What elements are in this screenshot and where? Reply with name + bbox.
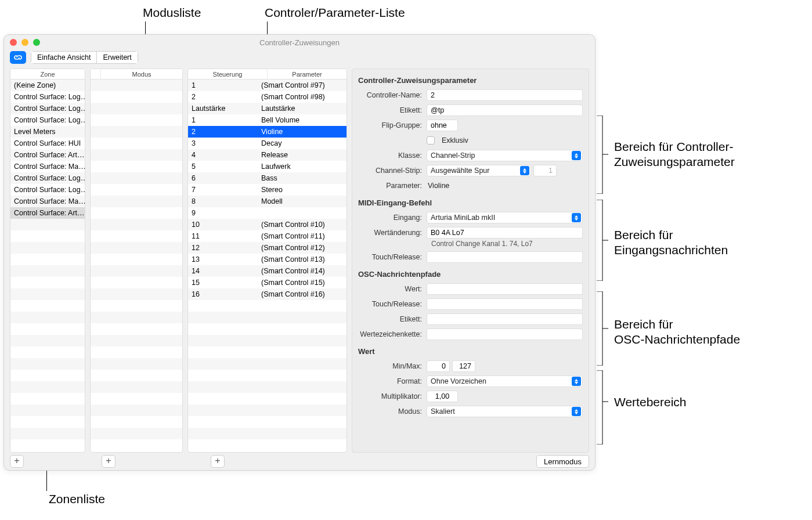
wertanderung-input[interactable] (427, 227, 583, 239)
zone-row[interactable] (10, 288, 85, 300)
param-row[interactable] (188, 428, 347, 439)
param-row[interactable]: 5Laufwerk (188, 161, 347, 172)
channelstrip-select[interactable]: Ausgewählte Spur (427, 165, 531, 176)
param-row[interactable]: 3Decay (188, 138, 347, 149)
zone-row[interactable]: (Keine Zone) (10, 80, 85, 91)
osc-wert-input[interactable] (427, 283, 583, 295)
zone-row[interactable] (10, 323, 85, 335)
mode-row[interactable] (91, 346, 182, 358)
zone-row[interactable] (10, 219, 85, 230)
mode-row[interactable] (91, 126, 182, 138)
param-row[interactable] (188, 381, 347, 393)
add-param-button[interactable]: + (211, 455, 225, 468)
zone-row[interactable]: Control Surface: Ma… (10, 161, 85, 172)
mode-row[interactable] (91, 370, 182, 381)
zone-row[interactable] (10, 358, 85, 370)
exclusive-checkbox[interactable] (427, 136, 435, 145)
zone-row[interactable] (10, 370, 85, 381)
param-row[interactable]: 2(Smart Control #98) (188, 91, 347, 103)
zone-row[interactable]: Control Surface: Log… (10, 172, 85, 184)
param-row[interactable]: 12(Smart Control #12) (188, 242, 347, 254)
zone-row[interactable]: Control Surface: Ma… (10, 196, 85, 207)
minimize-button[interactable] (21, 39, 28, 46)
mode-row[interactable] (91, 80, 182, 91)
mode-row[interactable] (91, 230, 182, 242)
param-row[interactable]: 13(Smart Control #13) (188, 254, 347, 265)
param-row[interactable]: 10(Smart Control #10) (188, 219, 347, 230)
param-row[interactable] (188, 346, 347, 358)
mode-row[interactable] (91, 114, 182, 126)
zone-row[interactable]: Control Surface: Art… (10, 149, 85, 161)
zone-body[interactable]: (Keine Zone)Control Surface: Log…Control… (10, 80, 85, 452)
mode-row[interactable] (91, 265, 182, 277)
mode-row[interactable] (91, 416, 182, 428)
mode-row[interactable] (91, 323, 182, 335)
mode-row[interactable] (91, 288, 182, 300)
zone-row[interactable] (10, 416, 85, 428)
zone-row[interactable]: Control Surface: HUI (10, 138, 85, 149)
zone-row[interactable] (10, 428, 85, 439)
param-row[interactable]: 1Bell Volume (188, 114, 347, 126)
param-row[interactable]: 2Violine (188, 126, 347, 138)
zone-row[interactable] (10, 265, 85, 277)
view-expert-button[interactable]: Erweitert (97, 51, 138, 64)
zone-row[interactable] (10, 393, 85, 405)
mode-row[interactable] (91, 172, 182, 184)
zone-row[interactable] (10, 254, 85, 265)
mode-row[interactable] (91, 428, 182, 439)
param-row[interactable] (188, 300, 347, 312)
zone-row[interactable] (10, 405, 85, 416)
param-row[interactable] (188, 416, 347, 428)
add-zone-button[interactable]: + (10, 455, 24, 468)
close-button[interactable] (10, 39, 17, 46)
add-mode-button[interactable]: + (102, 455, 116, 468)
mode-row[interactable] (91, 358, 182, 370)
controller-name-input[interactable] (427, 89, 583, 101)
osc-string-input[interactable] (427, 328, 583, 340)
param-row[interactable] (188, 393, 347, 405)
param-row[interactable]: 16(Smart Control #16) (188, 288, 347, 300)
mode-row[interactable] (91, 405, 182, 416)
param-row[interactable] (188, 370, 347, 381)
mode-row[interactable] (91, 335, 182, 346)
mode-row[interactable] (91, 381, 182, 393)
mode-row[interactable] (91, 184, 182, 196)
mode-body[interactable] (91, 80, 182, 452)
touchrelease-input[interactable] (427, 251, 583, 263)
param-body[interactable]: 1(Smart Control #97)2(Smart Control #98)… (188, 80, 347, 452)
param-row[interactable]: 11(Smart Control #11) (188, 230, 347, 242)
mode-row[interactable] (91, 161, 182, 172)
mode-row[interactable] (91, 300, 182, 312)
param-row[interactable] (188, 405, 347, 416)
mode-row[interactable] (91, 103, 182, 114)
mode-row[interactable] (91, 312, 182, 323)
param-row[interactable]: 1(Smart Control #97) (188, 80, 347, 91)
param-row[interactable]: 7Stereo (188, 184, 347, 196)
param-row[interactable] (188, 312, 347, 323)
mode-row[interactable] (91, 254, 182, 265)
param-row[interactable]: 4Release (188, 149, 347, 161)
view-simple-button[interactable]: Einfache Ansicht (31, 51, 97, 64)
zone-row[interactable] (10, 300, 85, 312)
mode-row[interactable] (91, 138, 182, 149)
modus-select[interactable]: Skaliert (427, 406, 583, 417)
zone-row[interactable] (10, 242, 85, 254)
klasse-select[interactable]: Channel-Strip (427, 150, 583, 161)
maximize-button[interactable] (33, 39, 40, 46)
mode-row[interactable] (91, 393, 182, 405)
channelstrip-num-input[interactable] (533, 165, 557, 176)
param-row[interactable] (188, 323, 347, 335)
mode-row[interactable] (91, 219, 182, 230)
link-button[interactable] (10, 51, 26, 64)
osc-touch-input[interactable] (427, 298, 583, 310)
param-row[interactable]: 9 (188, 207, 347, 219)
zone-row[interactable] (10, 381, 85, 393)
zone-row[interactable]: Control Surface: Art… (10, 207, 85, 219)
zone-row[interactable]: Level Meters (10, 126, 85, 138)
mode-row[interactable] (91, 91, 182, 103)
etikett-input[interactable] (427, 104, 583, 116)
eingang-select[interactable]: Arturia MiniLab mkII (427, 212, 583, 223)
mode-row[interactable] (91, 242, 182, 254)
learn-button[interactable]: Lernmodus (536, 455, 589, 468)
zone-row[interactable]: Control Surface: Log… (10, 114, 85, 126)
